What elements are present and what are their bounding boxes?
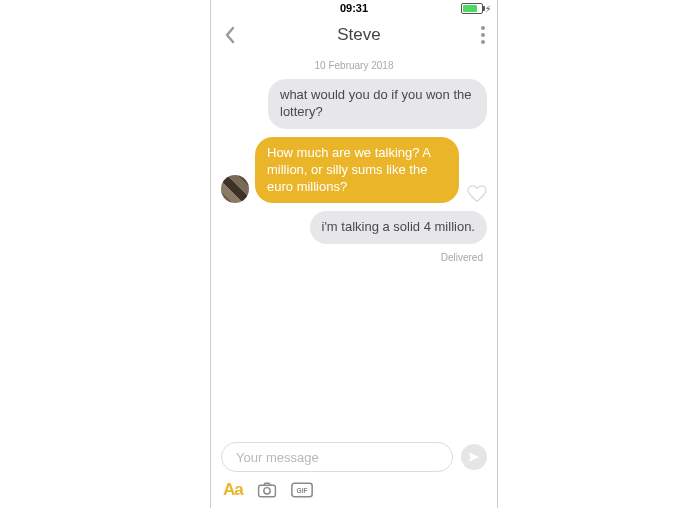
message-bubble[interactable]: i'm talking a solid 4 million. — [310, 211, 488, 244]
camera-button[interactable] — [257, 482, 277, 498]
message-bubble[interactable]: what would you do if you won the lottery… — [268, 79, 487, 129]
chat-title: Steve — [337, 25, 380, 45]
svg-point-1 — [264, 488, 270, 494]
status-bar: 09:31 ⚡︎ — [211, 0, 497, 18]
gif-button[interactable]: GIF — [291, 482, 313, 498]
message-bubble[interactable]: How much are we talking? A million, or s… — [255, 137, 459, 204]
chat-header: Steve — [211, 18, 497, 52]
status-time: 09:31 — [340, 2, 368, 14]
more-options-button[interactable] — [481, 26, 485, 44]
battery-fill — [463, 5, 477, 12]
status-right: ⚡︎ — [461, 3, 491, 14]
svg-text:GIF: GIF — [296, 487, 307, 494]
message-input[interactable] — [221, 442, 453, 472]
charging-icon: ⚡︎ — [485, 4, 491, 14]
back-button[interactable] — [223, 26, 237, 44]
message-list[interactable]: 10 February 2018 what would you do if yo… — [211, 52, 497, 442]
avatar[interactable] — [221, 175, 249, 203]
message-row-incoming: what would you do if you won the lottery… — [221, 79, 487, 129]
composer: Aa GIF — [211, 442, 497, 508]
message-row-incoming: i'm talking a solid 4 million. — [221, 211, 487, 244]
composer-toolbar: Aa GIF — [221, 478, 487, 504]
date-separator: 10 February 2018 — [221, 60, 487, 71]
message-row-outgoing: How much are we talking? A million, or s… — [221, 137, 487, 204]
input-row — [221, 442, 487, 472]
delivered-label: Delivered — [221, 252, 483, 263]
chat-screen: 09:31 ⚡︎ Steve 10 February 2018 what wou… — [210, 0, 498, 508]
battery-icon — [461, 3, 483, 14]
like-message-button[interactable] — [467, 185, 487, 203]
send-button[interactable] — [461, 444, 487, 470]
text-format-button[interactable]: Aa — [223, 480, 243, 500]
